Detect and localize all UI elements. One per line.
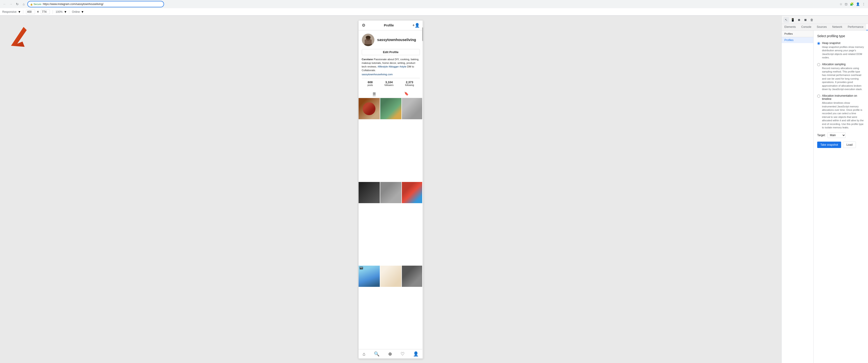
zoom-label: 100%	[56, 10, 63, 13]
target-select[interactable]: Main	[828, 133, 846, 138]
grid-item-2[interactable]	[380, 98, 401, 119]
grid-item-1[interactable]	[359, 98, 380, 119]
browser-right-icons: ☆ ⊡ 🧩 👤 ⋮	[839, 2, 866, 6]
allocation-sampling-radio[interactable]	[817, 63, 820, 66]
record-btn[interactable]: ⏺	[796, 17, 802, 23]
posts-label: posts	[368, 84, 373, 86]
tab-elements[interactable]: Elements	[782, 24, 799, 30]
puzzle-icon[interactable]: 🧩	[849, 2, 855, 6]
devtools-tabs: Elements Console Sources Network Perform…	[782, 24, 868, 31]
back-button[interactable]: ←	[2, 1, 7, 7]
devtools-panel: ↖ 📱 ⏺ ⏹ 🗑 Elements Console Sources Netwo…	[781, 16, 868, 363]
allocation-sampling-label: Allocation sampling	[822, 63, 864, 66]
dimension-separator: ×	[37, 10, 39, 14]
profiling-buttons: Take snapshot Load	[817, 142, 864, 148]
tab-performance[interactable]: Performance	[845, 24, 866, 30]
url-text: https://www.instagram.com/sassytownhouse…	[43, 2, 161, 6]
profiling-target: Target: Main	[817, 133, 864, 138]
ig-website[interactable]: sassytownhouseliving.com	[362, 73, 420, 76]
home-nav-icon[interactable]: ⌂	[363, 352, 365, 357]
bio-name: Carolann	[362, 58, 373, 61]
grid-item-7[interactable]: 📷	[359, 266, 380, 287]
edit-profile-button[interactable]: Edit Profile	[362, 49, 420, 55]
responsive-label: Responsive	[2, 10, 17, 13]
profiles-item[interactable]: Profiles	[782, 37, 813, 43]
ig-profile-top: sassytownhouseliving	[362, 33, 420, 46]
allocation-timeline-option: Allocation instrumentation on timeline A…	[817, 94, 864, 129]
tag-view-icon[interactable]: 🔖	[404, 91, 409, 96]
ig-header-title: Profile	[384, 24, 394, 27]
profile-nav-icon[interactable]: 👤	[413, 351, 419, 357]
ig-profile-section: sassytownhouseliving Edit Profile Carola…	[359, 30, 423, 90]
tab-memory[interactable]: Memory	[866, 24, 868, 30]
grid-item-3[interactable]	[402, 98, 423, 119]
allocation-sampling-content: Allocation sampling Record memory alloca…	[822, 63, 864, 91]
device-toolbar-btn[interactable]: 📱	[790, 17, 795, 23]
followers-count: 3,104	[385, 81, 393, 84]
devtools-main-content: Select profiling type Heap snapshot Heap…	[813, 31, 868, 363]
reload-button[interactable]: ↻	[14, 1, 20, 7]
add-user-icon[interactable]: +👤	[412, 23, 420, 28]
star-icon[interactable]: ☆	[839, 2, 843, 6]
tab-console[interactable]: Console	[799, 24, 814, 30]
ig-scrollbar-thumb	[422, 27, 423, 41]
grid-item-6[interactable]	[402, 182, 423, 203]
ig-scrollbar[interactable]	[422, 21, 423, 358]
toolbar-separator-3	[69, 10, 69, 14]
forward-button[interactable]: →	[8, 1, 14, 7]
allocation-timeline-radio[interactable]	[817, 94, 820, 97]
settings-icon[interactable]: ⚙	[362, 23, 365, 28]
height-input[interactable]	[41, 9, 50, 14]
heap-snapshot-radio[interactable]	[817, 42, 820, 45]
online-dropdown-icon[interactable]: ▾	[82, 9, 83, 14]
devtools-toolbar: ↖ 📱 ⏺ ⏹ 🗑	[782, 16, 868, 24]
profiles-header: Profiles	[782, 31, 813, 37]
cast-icon[interactable]: ⊡	[844, 2, 848, 6]
menu-icon[interactable]: ⋮	[861, 2, 866, 6]
allocation-timeline-label: Allocation instrumentation on timeline	[822, 94, 864, 101]
hashtag-blogger[interactable]: #blogger	[389, 65, 399, 68]
inspect-element-btn[interactable]: ↖	[783, 17, 789, 23]
heap-snapshot-label: Heap snapshot	[822, 41, 864, 45]
address-bar[interactable]: 🔒 Secure https://www.instagram.com/sassy…	[27, 1, 164, 7]
search-nav-icon[interactable]: 🔍	[374, 351, 379, 357]
following-label: following	[405, 84, 414, 86]
grid-item-5[interactable]	[380, 182, 401, 203]
avatar-image	[362, 34, 374, 46]
zoom-dropdown-icon[interactable]: ▾	[64, 9, 66, 14]
online-label: Online	[72, 10, 80, 13]
tab-network[interactable]: Network	[830, 24, 845, 30]
heap-snapshot-option: Heap snapshot Heap snapshot profiles sho…	[817, 41, 864, 59]
load-button[interactable]: Load	[843, 142, 856, 148]
allocation-timeline-desc: Allocation timelines show instrumented J…	[822, 101, 864, 129]
home-button[interactable]: ⌂	[21, 1, 26, 7]
heap-snapshot-content: Heap snapshot Heap snapshot profiles sho…	[822, 41, 864, 59]
followers-label: followers	[384, 84, 394, 86]
svg-point-5	[366, 36, 370, 39]
browser-toolbar: Responsive ▾ × 100% ▾ Online ▾	[0, 8, 868, 16]
ig-nav-icons: ⊞ 🔖	[359, 90, 423, 98]
browser-chrome: ← → ↻ ⌂ 🔒 Secure https://www.instagram.c…	[0, 0, 868, 16]
logo-overlay	[7, 25, 34, 52]
hashtag-lifestyle[interactable]: #lifestyle	[378, 65, 388, 68]
allocation-sampling-desc: Record memory allocations using sampling…	[822, 66, 864, 91]
width-input[interactable]	[26, 9, 35, 14]
grid-item-4[interactable]	[359, 182, 380, 203]
browser-nav-bar: ← → ↻ ⌂ 🔒 Secure https://www.instagram.c…	[0, 0, 868, 8]
allocation-sampling-option: Allocation sampling Record memory alloca…	[817, 63, 864, 91]
stop-btn[interactable]: ⏹	[803, 17, 808, 23]
add-nav-icon[interactable]: ⊕	[388, 351, 392, 357]
ig-bio: Carolann Passionate about DIY, cooking, …	[362, 57, 420, 72]
clear-btn[interactable]: 🗑	[809, 17, 814, 23]
take-snapshot-button[interactable]: Take snapshot	[817, 142, 841, 148]
main-layout: ⚙ Profile +👤	[0, 16, 868, 363]
tab-sources[interactable]: Sources	[814, 24, 830, 30]
responsive-dropdown-icon[interactable]: ▾	[19, 9, 20, 14]
grid-item-9[interactable]	[402, 266, 423, 287]
heart-nav-icon[interactable]: ♡	[401, 351, 405, 357]
hashtag-style[interactable]: #style	[400, 65, 406, 68]
grid-view-icon[interactable]: ⊞	[373, 91, 376, 96]
grid-item-8[interactable]	[380, 266, 401, 287]
profile-icon[interactable]: 👤	[855, 2, 861, 6]
instagram-frame: ⚙ Profile +👤	[359, 20, 423, 359]
